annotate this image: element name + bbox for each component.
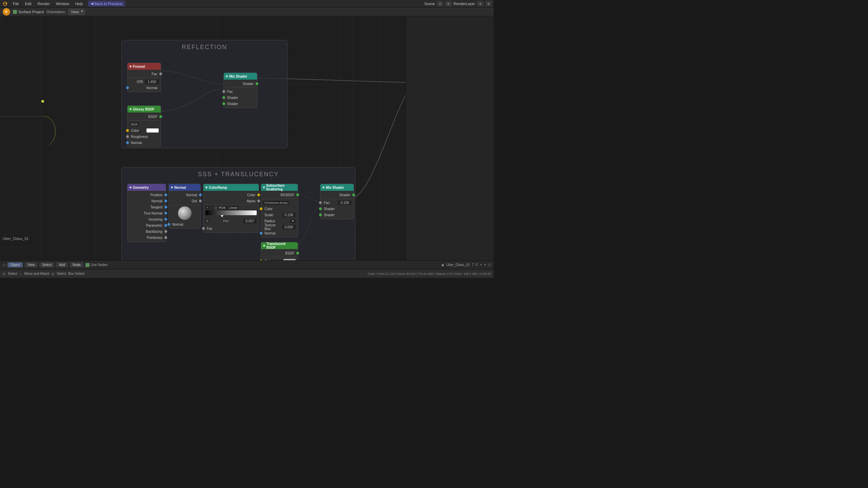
colorramp-rgb-dropdown[interactable]: RGB (218, 206, 227, 210)
mix2-fac-row[interactable]: Fac: 0.106 (322, 200, 352, 206)
geo-truenormal-row: True Normal (130, 210, 164, 216)
geo-normal-row: Normal (130, 198, 164, 204)
subsurface-scale-row[interactable]: Scale: 0.100 (263, 212, 296, 218)
fresnel-ior-value[interactable]: 1.450 (145, 80, 159, 84)
view-dropdown[interactable]: View ▼ (68, 9, 85, 15)
dropdown-chevron-icon: ▼ (81, 10, 83, 13)
select-menu-btn[interactable]: Select (39, 262, 54, 267)
subsurface-method-row[interactable]: Christensen-Burley (263, 200, 296, 206)
subsurface-blur-value[interactable]: 0.000 (282, 225, 296, 229)
colorramp-pos-label: Pos: (223, 219, 229, 223)
colorramp-linear-dropdown[interactable]: Linear (228, 206, 239, 210)
mix2-output-socket (352, 194, 355, 196)
normal-node[interactable]: Normal Normal Dot Normal (169, 184, 201, 229)
surface-project-checkbox[interactable] (13, 10, 17, 14)
glossy-bsdf-node[interactable]: Glossy BSDF BSDF GGX Color (127, 105, 161, 147)
colorramp-color-socket (257, 194, 260, 196)
glossy-color-socket (126, 129, 129, 132)
menu-help[interactable]: Help (73, 1, 86, 6)
menu-file[interactable]: File (10, 1, 22, 6)
mix2-fac-value[interactable]: 0.106 (338, 201, 352, 205)
geo-incoming-row: Incoming (130, 216, 164, 222)
colorramp-color-output: Color (205, 192, 257, 198)
colorramp-remove-btn[interactable]: − (210, 206, 214, 210)
add-menu-btn[interactable]: Add (56, 262, 68, 267)
subsurface-method-dropdown[interactable]: Christensen-Burley (263, 201, 289, 205)
colorramp-gradient-bar[interactable] (205, 210, 257, 215)
geometry-node-header: Geometry (127, 184, 166, 191)
glossy-normal-socket (126, 141, 129, 144)
glossy-bsdf-title: Glossy BSDF (133, 107, 154, 111)
mix-shader-1-output-row: Shader (226, 81, 255, 87)
mix-shader-1-shader2-label: Shader (226, 102, 255, 106)
colorramp-node[interactable]: ColorRamp Color Alpha + − ⬡ (203, 184, 259, 233)
subsurface-color-label: Color (263, 207, 296, 211)
remove-material-btn[interactable]: × (484, 263, 486, 267)
reflection-frame-title: REFLECTION (122, 40, 287, 53)
glossy-bsdf-output-label: BSDF (130, 115, 159, 119)
object-mode-btn[interactable]: Object (7, 262, 23, 267)
scene-add-btn[interactable]: + (437, 1, 443, 6)
mix-shader-2-body: Shader Fac: 0.106 Shader (320, 191, 354, 219)
mix-shader-2-node[interactable]: Mix Shader Shader Fac: 0.106 (320, 184, 354, 219)
mix-shader-2-header: Mix Shader (320, 184, 354, 191)
subsurface-node[interactable]: Subsurface Scattering BSSRDF Christensen… (261, 184, 298, 238)
colorramp-pos-value[interactable]: 0.007 (243, 219, 257, 223)
translucent-node[interactable]: Translucent BSDF BSDF Color (261, 242, 298, 260)
normal-dot-row: Dot (171, 198, 198, 204)
subsurface-normal-label: Normal (263, 231, 296, 235)
menu-edit[interactable]: Edit (22, 1, 34, 6)
geo-truenormal-socket (164, 212, 167, 215)
node-editor-bar: ⬡ Object View Select Add Node Use Nodes … (0, 260, 494, 269)
glossy-bsdf-dropdown-row[interactable]: GGX (130, 121, 159, 127)
translucent-output-socket (296, 252, 299, 255)
subsurface-blur-row[interactable]: Texture Blur: 0.000 (263, 224, 296, 230)
colorramp-add-btn[interactable]: + (205, 206, 209, 210)
menu-render[interactable]: Render (35, 1, 53, 6)
mix2-output-label: Shader (322, 193, 352, 197)
colorramp-value-0[interactable]: 0 (205, 219, 209, 223)
geometry-node-title: Geometry (133, 186, 149, 189)
geo-parametric-label: Parametric (130, 224, 164, 227)
mix-shader-2-title: Mix Shader (326, 186, 344, 189)
normal-node-header: Normal (169, 184, 200, 191)
geo-pointiness-socket (164, 236, 167, 239)
node-menu-btn[interactable]: Node (70, 262, 83, 267)
subsurface-normal-socket (260, 232, 262, 235)
link-material-btn[interactable]: ⬡ (488, 263, 491, 267)
normal-dot-socket (199, 200, 202, 202)
colorramp-pos-row[interactable]: 0 Pos: 0.007 (205, 218, 257, 224)
back-to-previous-button[interactable]: ◀ Back to Previous (88, 1, 125, 6)
menu-window[interactable]: Window (53, 1, 72, 6)
glossy-normal-row: Normal (130, 140, 159, 146)
mix-shader-1-body: Shader Fac Shader Shader (224, 80, 257, 108)
fresnel-node[interactable]: Fresnel Fac IOR: 1.450 Normal (127, 63, 161, 92)
mix-shader-1-node[interactable]: Mix Shader Shader Fac Shader (223, 73, 257, 108)
colorramp-header: ColorRamp (203, 184, 259, 191)
colorramp-dot (205, 186, 208, 188)
fresnel-ior-row[interactable]: IOR: 1.450 (130, 79, 159, 85)
geo-pointiness-label: Pointiness (130, 236, 164, 240)
mix-shader-1-output-socket (256, 82, 258, 85)
subsurface-scale-value[interactable]: 0.100 (282, 213, 296, 217)
glossy-bsdf-color-row[interactable]: Color (130, 127, 159, 134)
use-nodes-checkbox[interactable] (85, 263, 90, 267)
surface-project-toggle[interactable]: Surface Project (13, 10, 44, 14)
scene-close-btn[interactable]: × (445, 1, 451, 6)
renderlayer-add-btn[interactable]: + (477, 1, 483, 6)
sss-frame-title: SSS + TRANSLUCENCY (122, 167, 355, 180)
view-menu-btn[interactable]: View (25, 262, 38, 267)
fresnel-normal-socket (126, 86, 129, 89)
mix-shader-1-shader1-label: Shader (226, 96, 255, 100)
use-nodes-toggle[interactable]: Use Nodes (85, 263, 107, 267)
glossy-color-swatch[interactable] (146, 128, 159, 133)
renderlayer-close-btn[interactable]: × (486, 1, 492, 6)
add-material-btn[interactable]: + (480, 263, 482, 267)
colorramp-stop-handle[interactable] (221, 215, 223, 217)
glossy-bsdf-body: BSDF GGX Color Roughness (127, 113, 161, 147)
subsurface-radius-dropdown[interactable]: ▼ (290, 219, 296, 223)
subsurface-header: Subsurface Scattering (261, 184, 298, 191)
glossy-bsdf-dropdown[interactable]: GGX (130, 122, 139, 126)
geo-parametric-row: Parametric (130, 222, 164, 228)
geometry-node[interactable]: Geometry Position Normal Tangent (127, 184, 166, 242)
